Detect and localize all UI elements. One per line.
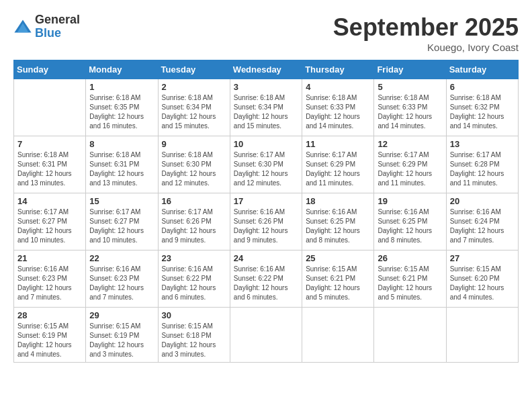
day-number: 12 xyxy=(378,139,442,149)
calendar-cell: 30Sunrise: 6:15 AMSunset: 6:18 PMDayligh… xyxy=(158,308,230,363)
day-number: 4 xyxy=(306,82,370,92)
day-number: 9 xyxy=(162,139,226,149)
calendar-cell: 27Sunrise: 6:15 AMSunset: 6:20 PMDayligh… xyxy=(446,250,518,308)
calendar-cell: 4Sunrise: 6:18 AMSunset: 6:33 PMDaylight… xyxy=(302,79,374,136)
day-number: 1 xyxy=(89,82,154,92)
calendar-cell: 14Sunrise: 6:17 AMSunset: 6:27 PMDayligh… xyxy=(14,193,86,250)
calendar-cell: 19Sunrise: 6:16 AMSunset: 6:25 PMDayligh… xyxy=(374,193,446,250)
day-info: Sunrise: 6:18 AMSunset: 6:31 PMDaylight:… xyxy=(17,150,82,188)
calendar-cell: 10Sunrise: 6:17 AMSunset: 6:30 PMDayligh… xyxy=(230,136,302,193)
day-info: Sunrise: 6:15 AMSunset: 6:19 PMDaylight:… xyxy=(17,322,82,359)
week-row-5: 28Sunrise: 6:15 AMSunset: 6:19 PMDayligh… xyxy=(14,308,519,363)
weekday-header-thursday: Thursday xyxy=(302,60,374,79)
location: Kouego, Ivory Coast xyxy=(333,42,519,53)
day-number: 29 xyxy=(89,310,154,320)
day-info: Sunrise: 6:18 AMSunset: 6:34 PMDaylight:… xyxy=(234,93,298,131)
calendar-cell: 29Sunrise: 6:15 AMSunset: 6:19 PMDayligh… xyxy=(86,308,158,363)
calendar-cell: 24Sunrise: 6:16 AMSunset: 6:22 PMDayligh… xyxy=(230,250,302,308)
weekday-header-friday: Friday xyxy=(374,60,446,79)
logo: General Blue xyxy=(13,13,80,40)
day-info: Sunrise: 6:17 AMSunset: 6:30 PMDaylight:… xyxy=(234,150,298,188)
calendar-cell: 20Sunrise: 6:16 AMSunset: 6:24 PMDayligh… xyxy=(446,193,518,250)
day-info: Sunrise: 6:18 AMSunset: 6:31 PMDaylight:… xyxy=(89,150,154,188)
day-info: Sunrise: 6:17 AMSunset: 6:27 PMDaylight:… xyxy=(17,208,82,245)
weekday-header-sunday: Sunday xyxy=(14,60,86,79)
day-info: Sunrise: 6:18 AMSunset: 6:35 PMDaylight:… xyxy=(89,93,154,131)
day-number: 17 xyxy=(234,196,298,206)
calendar-cell: 12Sunrise: 6:17 AMSunset: 6:29 PMDayligh… xyxy=(374,136,446,193)
day-info: Sunrise: 6:16 AMSunset: 6:22 PMDaylight:… xyxy=(162,265,226,302)
day-number: 14 xyxy=(17,196,82,206)
day-number: 13 xyxy=(450,139,515,149)
day-number: 15 xyxy=(89,196,154,206)
day-info: Sunrise: 6:17 AMSunset: 6:29 PMDaylight:… xyxy=(378,150,442,188)
calendar-cell: 21Sunrise: 6:16 AMSunset: 6:23 PMDayligh… xyxy=(14,250,86,308)
day-number: 26 xyxy=(378,253,442,263)
day-number: 7 xyxy=(17,139,82,149)
logo-icon xyxy=(13,17,32,36)
day-info: Sunrise: 6:17 AMSunset: 6:26 PMDaylight:… xyxy=(162,208,226,245)
calendar-cell xyxy=(14,79,86,136)
calendar-cell: 1Sunrise: 6:18 AMSunset: 6:35 PMDaylight… xyxy=(86,79,158,136)
day-info: Sunrise: 6:16 AMSunset: 6:25 PMDaylight:… xyxy=(306,208,370,245)
calendar-cell: 9Sunrise: 6:18 AMSunset: 6:30 PMDaylight… xyxy=(158,136,230,193)
calendar-cell: 3Sunrise: 6:18 AMSunset: 6:34 PMDaylight… xyxy=(230,79,302,136)
day-number: 20 xyxy=(450,196,515,206)
day-number: 22 xyxy=(89,253,154,263)
day-number: 5 xyxy=(378,82,442,92)
day-info: Sunrise: 6:15 AMSunset: 6:19 PMDaylight:… xyxy=(89,322,154,359)
day-number: 16 xyxy=(162,196,226,206)
day-number: 6 xyxy=(450,82,515,92)
calendar-cell: 2Sunrise: 6:18 AMSunset: 6:34 PMDaylight… xyxy=(158,79,230,136)
day-info: Sunrise: 6:16 AMSunset: 6:24 PMDaylight:… xyxy=(450,208,515,245)
weekday-header-wednesday: Wednesday xyxy=(230,60,302,79)
day-number: 28 xyxy=(17,310,82,320)
weekday-header-row: SundayMondayTuesdayWednesdayThursdayFrid… xyxy=(14,60,519,79)
calendar-cell: 17Sunrise: 6:16 AMSunset: 6:26 PMDayligh… xyxy=(230,193,302,250)
calendar-cell: 23Sunrise: 6:16 AMSunset: 6:22 PMDayligh… xyxy=(158,250,230,308)
day-number: 21 xyxy=(17,253,82,263)
day-info: Sunrise: 6:17 AMSunset: 6:27 PMDaylight:… xyxy=(89,208,154,245)
calendar-cell: 13Sunrise: 6:17 AMSunset: 6:28 PMDayligh… xyxy=(446,136,518,193)
week-row-2: 7Sunrise: 6:18 AMSunset: 6:31 PMDaylight… xyxy=(14,136,519,193)
calendar: SundayMondayTuesdayWednesdayThursdayFrid… xyxy=(13,60,519,363)
title-block: September 2025 Kouego, Ivory Coast xyxy=(333,13,519,53)
calendar-cell xyxy=(374,308,446,363)
day-info: Sunrise: 6:18 AMSunset: 6:32 PMDaylight:… xyxy=(450,93,515,131)
calendar-cell xyxy=(446,308,518,363)
calendar-cell: 26Sunrise: 6:15 AMSunset: 6:21 PMDayligh… xyxy=(374,250,446,308)
logo-line2: Blue xyxy=(35,27,80,40)
calendar-cell: 16Sunrise: 6:17 AMSunset: 6:26 PMDayligh… xyxy=(158,193,230,250)
page-header: General Blue September 2025 Kouego, Ivor… xyxy=(13,13,519,53)
calendar-cell: 11Sunrise: 6:17 AMSunset: 6:29 PMDayligh… xyxy=(302,136,374,193)
day-number: 8 xyxy=(89,139,154,149)
day-info: Sunrise: 6:18 AMSunset: 6:34 PMDaylight:… xyxy=(162,93,226,131)
calendar-cell: 25Sunrise: 6:15 AMSunset: 6:21 PMDayligh… xyxy=(302,250,374,308)
day-number: 10 xyxy=(234,139,298,149)
day-number: 18 xyxy=(306,196,370,206)
calendar-cell: 18Sunrise: 6:16 AMSunset: 6:25 PMDayligh… xyxy=(302,193,374,250)
day-info: Sunrise: 6:17 AMSunset: 6:29 PMDaylight:… xyxy=(306,150,370,188)
calendar-cell: 8Sunrise: 6:18 AMSunset: 6:31 PMDaylight… xyxy=(86,136,158,193)
day-info: Sunrise: 6:16 AMSunset: 6:26 PMDaylight:… xyxy=(234,208,298,245)
day-number: 19 xyxy=(378,196,442,206)
day-info: Sunrise: 6:15 AMSunset: 6:20 PMDaylight:… xyxy=(450,265,515,302)
calendar-cell xyxy=(230,308,302,363)
weekday-header-tuesday: Tuesday xyxy=(158,60,230,79)
day-number: 11 xyxy=(306,139,370,149)
calendar-cell xyxy=(302,308,374,363)
day-info: Sunrise: 6:15 AMSunset: 6:21 PMDaylight:… xyxy=(306,265,370,302)
day-info: Sunrise: 6:16 AMSunset: 6:23 PMDaylight:… xyxy=(89,265,154,302)
day-info: Sunrise: 6:15 AMSunset: 6:21 PMDaylight:… xyxy=(378,265,442,302)
weekday-header-monday: Monday xyxy=(86,60,158,79)
day-info: Sunrise: 6:16 AMSunset: 6:25 PMDaylight:… xyxy=(378,208,442,245)
day-info: Sunrise: 6:18 AMSunset: 6:33 PMDaylight:… xyxy=(378,93,442,131)
calendar-cell: 22Sunrise: 6:16 AMSunset: 6:23 PMDayligh… xyxy=(86,250,158,308)
day-info: Sunrise: 6:18 AMSunset: 6:30 PMDaylight:… xyxy=(162,150,226,188)
day-number: 24 xyxy=(234,253,298,263)
day-info: Sunrise: 6:16 AMSunset: 6:23 PMDaylight:… xyxy=(17,265,82,302)
calendar-cell: 28Sunrise: 6:15 AMSunset: 6:19 PMDayligh… xyxy=(14,308,86,363)
day-info: Sunrise: 6:18 AMSunset: 6:33 PMDaylight:… xyxy=(306,93,370,131)
day-number: 30 xyxy=(162,310,226,320)
calendar-cell: 7Sunrise: 6:18 AMSunset: 6:31 PMDaylight… xyxy=(14,136,86,193)
